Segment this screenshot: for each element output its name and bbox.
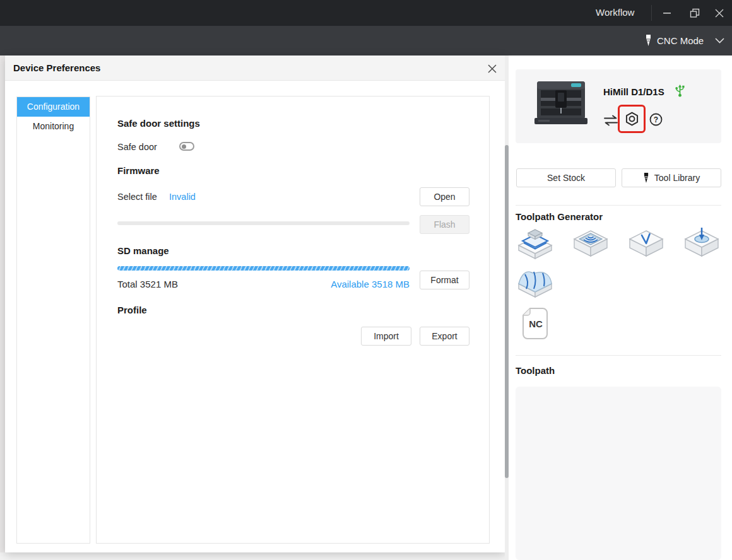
toolpath-list-empty (516, 387, 721, 560)
tab-monitoring[interactable]: Monitoring (17, 117, 90, 136)
close-icon (715, 9, 724, 18)
profile-heading: Profile (117, 305, 147, 315)
minimize-button[interactable] (656, 0, 678, 26)
tab-configuration[interactable]: Configuration (17, 97, 90, 117)
restore-button[interactable] (684, 0, 705, 26)
sd-total-label: Total 3521 MB (117, 279, 178, 289)
v-carve-icon (627, 227, 665, 260)
nc-file-icon: NC (522, 308, 548, 339)
menu-bar: CNC Mode (0, 26, 732, 55)
usb-icon (675, 84, 685, 97)
dialog-content-panel: Safe door settings Safe door Firmware Se… (96, 96, 490, 544)
restore-icon (690, 8, 700, 18)
sd-available-label: Available 3518 MB (283, 279, 410, 289)
toolpath-generator-heading: Toolpath Generator (516, 211, 603, 222)
export-button[interactable]: Export (420, 327, 469, 346)
firmware-file-status: Invalid (169, 192, 196, 202)
device-name: HiMill D1/D1S (603, 86, 664, 97)
drill-bit-icon (643, 173, 649, 184)
open-button[interactable]: Open (420, 187, 469, 206)
safe-door-toggle[interactable] (179, 142, 194, 151)
flash-button[interactable]: Flash (420, 215, 469, 234)
close-icon (487, 64, 497, 74)
svg-text:?: ? (653, 115, 658, 124)
set-stock-button[interactable]: Set Stock (516, 168, 616, 187)
cnc-mode-label: CNC Mode (657, 35, 704, 46)
relief-carving-icon (516, 267, 554, 300)
import-button[interactable]: Import (361, 327, 411, 346)
toolpath-pocketing-button[interactable] (572, 227, 610, 260)
svg-text:NC: NC (529, 318, 543, 329)
dialog-header: Device Preferences (5, 55, 505, 81)
cnc-mode-dropdown[interactable]: CNC Mode (645, 26, 724, 55)
device-preferences-dialog: Device Preferences Configuration Monitor… (5, 55, 505, 552)
select-file-label: Select file (117, 192, 157, 202)
divider (516, 355, 721, 356)
close-window-button[interactable] (709, 0, 730, 26)
toolpath-surfacing-button[interactable] (516, 227, 554, 260)
device-help-button[interactable]: ? (649, 112, 663, 126)
firmware-progress-bar (117, 221, 410, 225)
format-button[interactable]: Format (420, 271, 469, 289)
sd-usage-bar (117, 266, 410, 271)
minimize-icon (663, 13, 671, 14)
window-titlebar: Workflow (0, 0, 732, 26)
firmware-heading: Firmware (117, 165, 160, 176)
transfer-icon (603, 115, 618, 126)
tool-library-button[interactable]: Tool Library (622, 168, 721, 187)
sd-manage-heading: SD manage (117, 245, 169, 256)
workflow-side-panel: HiMill D1/D1S ? (509, 55, 732, 560)
divider (516, 205, 721, 206)
dialog-title: Device Preferences (13, 62, 100, 73)
nc-file-button[interactable]: NC (522, 308, 548, 339)
toolpath-relief-button[interactable] (516, 267, 554, 300)
background-bottom-strip (0, 552, 509, 560)
background-left-strip (0, 55, 5, 560)
transfer-device-button[interactable] (603, 114, 619, 127)
toolpath-heading: Toolpath (516, 365, 555, 376)
window-title: Workflow (596, 7, 634, 18)
device-card: HiMill D1/D1S ? (516, 69, 721, 143)
drilling-icon (683, 227, 721, 260)
pocketing-icon (572, 227, 610, 260)
titlebar-separator (651, 5, 652, 21)
dialog-close-button[interactable] (485, 61, 500, 76)
set-stock-label: Set Stock (547, 173, 585, 183)
safe-door-label: Safe door (117, 142, 157, 152)
surfacing-icon (516, 227, 554, 260)
chevron-down-icon (715, 38, 724, 44)
safe-door-settings-heading: Safe door settings (117, 118, 200, 129)
tool-library-label: Tool Library (654, 173, 700, 183)
device-settings-button[interactable] (624, 111, 639, 126)
toolpath-vcarve-button[interactable] (627, 227, 665, 260)
toolpath-drilling-button[interactable] (683, 227, 721, 260)
cnc-machine-image (533, 78, 589, 129)
toggle-knob (182, 144, 186, 149)
help-icon: ? (649, 113, 663, 126)
drill-bit-icon (645, 35, 652, 47)
settings-gear-icon (625, 112, 639, 126)
dialog-tab-list: Configuration Monitoring (16, 96, 90, 544)
